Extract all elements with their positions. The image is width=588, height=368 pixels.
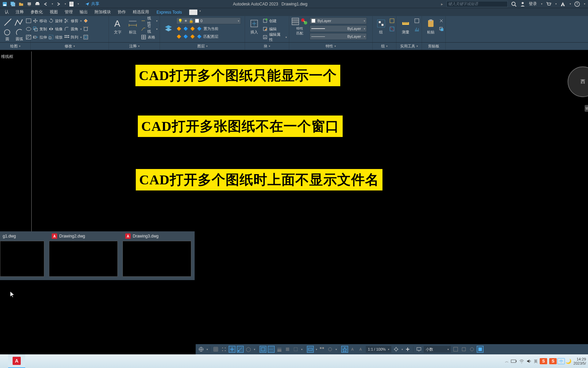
ptitle-modify[interactable]: 修改▾ [31, 43, 109, 50]
circle-button[interactable]: 圆 [2, 28, 12, 42]
matchprop-icon[interactable] [300, 17, 308, 26]
tab-express[interactable]: Express Tools [153, 9, 185, 16]
layer-row1[interactable]: 🔶🔷🔶🔷置为当前 [176, 25, 218, 32]
monitor-icon[interactable] [415, 346, 422, 353]
copy-clip-icon[interactable] [439, 26, 444, 32]
group-ico2[interactable] [389, 26, 395, 32]
page-icon[interactable] [69, 1, 74, 7]
lineweight-combo[interactable]: ByLayer▾ [310, 25, 367, 32]
layer-dropdown-icon[interactable]: ▾ [238, 19, 239, 22]
search-icon[interactable] [511, 1, 517, 7]
redo-dropdown-icon[interactable]: ▾ [65, 2, 66, 5]
explode-icon[interactable] [83, 26, 88, 32]
group-button[interactable]: 组 [374, 17, 388, 35]
preview-3[interactable]: ADrawing3.dwg [122, 231, 191, 277]
scale-display[interactable]: 1:1 / 100%▾ [366, 346, 391, 353]
dim-button[interactable]: 标注 [126, 17, 140, 35]
copy-button[interactable]: 复制 [33, 26, 47, 32]
ann-icon[interactable] [341, 346, 348, 353]
paste-button[interactable]: 粘贴 [424, 17, 438, 35]
taskbar-app-autocad[interactable]: A [8, 354, 25, 368]
help-dropdown-icon[interactable]: ▾ [584, 2, 585, 5]
print-icon[interactable] [35, 1, 40, 7]
tab-featured[interactable]: 精选应用 [129, 8, 152, 16]
edit-button[interactable]: 编辑 [262, 26, 287, 32]
viewport-label[interactable]: 维线框 [1, 54, 13, 60]
tab-home[interactable]: 认 [1, 8, 12, 16]
stretch-button[interactable]: 拉伸 [33, 34, 47, 41]
ptitle-layers[interactable]: 图层▾ [160, 43, 245, 50]
sel-icon[interactable] [292, 346, 299, 353]
group-ico1[interactable] [389, 17, 395, 24]
ptitle-block[interactable]: 块▾ [245, 43, 289, 50]
open-icon[interactable] [18, 1, 24, 7]
offset-icon[interactable] [83, 34, 88, 41]
model-icon[interactable] [198, 346, 205, 353]
linetype-combo[interactable]: ByLayer▾ [310, 33, 367, 40]
a-dropdown-icon[interactable]: ▾ [570, 2, 571, 5]
leader-button[interactable]: 引线▾ [141, 26, 158, 32]
ptitle-group[interactable]: 组▾ [373, 43, 396, 50]
trans-icon[interactable] [284, 346, 291, 353]
color-combo[interactable]: ByLayer▾ [310, 17, 367, 24]
user-icon[interactable] [520, 1, 525, 7]
lwt-icon[interactable] [276, 346, 283, 353]
gear-icon[interactable] [393, 346, 399, 353]
line-icon[interactable] [3, 17, 13, 27]
plus-icon[interactable] [404, 346, 411, 353]
redo-icon[interactable] [56, 1, 61, 7]
save-icon[interactable] [2, 1, 7, 7]
rotate-button[interactable]: 旋转 [48, 17, 63, 24]
ptitle-annotate[interactable]: 注释▾ [109, 43, 160, 50]
ptitle-clip[interactable]: 剪贴板 [422, 43, 446, 50]
cart-icon[interactable] [546, 1, 551, 7]
tab-manage[interactable]: 管理 [61, 8, 76, 16]
cart-dropdown-icon[interactable]: ▾ [555, 2, 557, 5]
tab-view[interactable]: 视图 [46, 8, 61, 16]
login-label[interactable]: 登录 [529, 1, 537, 7]
sc-icon[interactable] [327, 346, 333, 353]
tab-output[interactable]: 输出 [76, 8, 91, 16]
volume-icon[interactable] [526, 359, 532, 364]
preview-2[interactable]: ADrawing2.dwg [49, 231, 118, 277]
text-button[interactable]: A 文字 [111, 17, 125, 35]
search-input[interactable]: 键入关键字或短语 [446, 1, 508, 7]
osnap-icon[interactable] [260, 346, 266, 353]
create-button[interactable]: 创建 [262, 17, 287, 24]
viewcube[interactable]: 西 [568, 66, 588, 97]
trim-button[interactable]: 修剪▾ [64, 17, 82, 24]
st-end3[interactable] [469, 346, 475, 353]
measure-button[interactable]: 测量 [398, 17, 413, 35]
preview-1[interactable]: g1.dwg [0, 231, 44, 277]
undo-dropdown-icon[interactable]: ▾ [52, 2, 53, 5]
polar-icon[interactable] [237, 346, 244, 353]
scale-button[interactable]: 缩放 [48, 34, 63, 41]
snap-icon[interactable] [220, 346, 227, 353]
help-icon[interactable]: ? [574, 1, 580, 7]
login-dropdown-icon[interactable]: ▾ [541, 2, 542, 5]
ann3-icon[interactable]: A [358, 346, 364, 353]
props-icon[interactable] [291, 17, 299, 26]
autodesk-icon[interactable] [560, 1, 566, 7]
insert-button[interactable]: 插入 [247, 17, 261, 35]
st-end2[interactable] [460, 346, 467, 353]
util-ico1[interactable] [414, 17, 420, 24]
fillet-button[interactable]: 圆角▾ [64, 26, 82, 32]
polyline-icon[interactable] [14, 17, 23, 27]
otrack-icon[interactable] [268, 346, 275, 353]
ime-indicator[interactable]: S 中 🌙 [549, 358, 571, 364]
move-button[interactable]: 移动 [33, 17, 47, 24]
qat-dropdown-icon[interactable]: ▾ [78, 2, 79, 5]
util-ico2[interactable] [414, 26, 420, 32]
grid-icon[interactable] [212, 346, 219, 353]
qp-icon[interactable] [318, 346, 325, 353]
st-end1[interactable] [452, 346, 459, 353]
array-button[interactable]: 阵列▾ [64, 34, 82, 41]
tab-annotate[interactable]: 注释 [12, 8, 27, 16]
ptitle-util[interactable]: 实用工具▾ [396, 43, 422, 50]
tab-collaborate[interactable]: 协作 [114, 8, 129, 16]
iso-icon[interactable] [245, 346, 252, 353]
saveall-icon[interactable] [10, 1, 16, 7]
plot-icon[interactable] [27, 1, 32, 7]
clock[interactable]: 14:29 2023/5/ [573, 357, 586, 365]
